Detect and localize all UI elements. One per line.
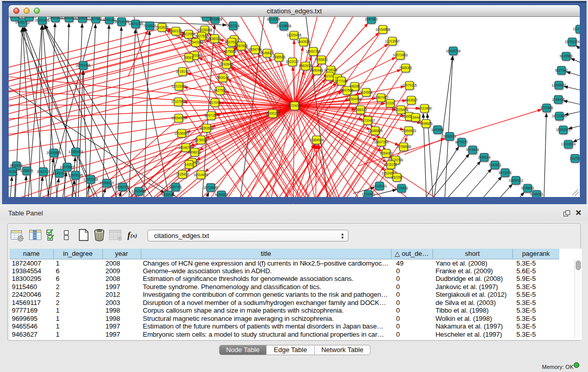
svg-text:8813054: 8813054 — [267, 17, 280, 21]
svg-text:9474444: 9474444 — [466, 148, 479, 151]
svg-text:8186323: 8186323 — [208, 37, 221, 40]
svg-text:8267150: 8267150 — [205, 114, 217, 117]
svg-text:9899695: 9899695 — [420, 122, 432, 125]
svg-text:7663822: 7663822 — [156, 26, 168, 29]
svg-text:2718170: 2718170 — [176, 70, 189, 73]
svg-text:9777169: 9777169 — [335, 79, 348, 83]
svg-text:9129966: 9129966 — [560, 54, 573, 58]
svg-text:1156829: 1156829 — [20, 169, 33, 172]
svg-text:252254: 252254 — [391, 176, 403, 179]
svg-text:9242848: 9242848 — [220, 62, 233, 66]
svg-text:10958107: 10958107 — [99, 181, 114, 185]
svg-text:62160: 62160 — [386, 101, 395, 105]
svg-text:7485063: 7485063 — [399, 66, 412, 70]
svg-text:20206505: 20206505 — [47, 151, 61, 155]
svg-text:19218506: 19218506 — [276, 24, 291, 28]
svg-text:9457791: 9457791 — [169, 185, 182, 189]
svg-text:10655287: 10655287 — [75, 17, 90, 20]
svg-text:9835061: 9835061 — [10, 164, 23, 167]
svg-text:5958923: 5958923 — [443, 135, 456, 138]
svg-text:9146821: 9146821 — [260, 51, 273, 55]
svg-text:6794028: 6794028 — [324, 68, 337, 72]
svg-text:8578332: 8578332 — [194, 138, 207, 142]
svg-text:9245653: 9245653 — [530, 192, 543, 196]
svg-text:2967608: 2967608 — [235, 44, 248, 48]
svg-text:116753: 116753 — [570, 157, 580, 160]
svg-text:17957255: 17957255 — [83, 178, 98, 181]
svg-text:19166825: 19166825 — [175, 132, 189, 135]
svg-text:15444: 15444 — [411, 116, 420, 119]
svg-text:15716485: 15716485 — [203, 186, 218, 189]
svg-text:6497568: 6497568 — [341, 89, 354, 92]
svg-text:15300275: 15300275 — [266, 112, 280, 115]
svg-text:8427552: 8427552 — [214, 89, 227, 92]
svg-text:16543382: 16543382 — [188, 40, 203, 44]
svg-text:9699695: 9699695 — [215, 193, 228, 196]
svg-text:20364456: 20364456 — [347, 97, 362, 101]
svg-text:98901: 98901 — [184, 56, 193, 59]
svg-text:9465546: 9465546 — [162, 193, 175, 196]
svg-text:1733400: 1733400 — [362, 192, 375, 196]
svg-text:10973493: 10973493 — [393, 53, 408, 57]
svg-text:16914479: 16914479 — [193, 173, 208, 177]
svg-text:1145194: 1145194 — [53, 171, 66, 175]
svg-text:8990448: 8990448 — [311, 69, 323, 72]
svg-text:1615152: 1615152 — [384, 163, 397, 166]
svg-text:15692971: 15692971 — [556, 128, 571, 132]
svg-text:2803144: 2803144 — [216, 76, 229, 79]
svg-text:12213389: 12213389 — [171, 84, 186, 88]
svg-text:39154: 39154 — [9, 170, 17, 173]
svg-text:19654923: 19654923 — [401, 129, 416, 133]
svg-text:12213987: 12213987 — [385, 39, 400, 43]
svg-text:9962615: 9962615 — [299, 64, 312, 68]
svg-text:8912954: 8912954 — [182, 32, 195, 36]
svg-text:14057: 14057 — [185, 163, 194, 166]
svg-text:10107552: 10107552 — [171, 100, 186, 103]
svg-text:6479197: 6479197 — [455, 140, 468, 144]
svg-text:23226058: 23226058 — [198, 28, 212, 32]
svg-text:16782759: 16782759 — [115, 185, 130, 189]
svg-text:8322037: 8322037 — [286, 60, 299, 63]
svg-text:9463627: 9463627 — [405, 98, 418, 102]
svg-text:19384554: 19384554 — [309, 138, 324, 142]
svg-text:3624554: 3624554 — [360, 91, 373, 94]
svg-text:1244415: 1244415 — [552, 98, 565, 101]
svg-text:3375685: 3375685 — [224, 50, 236, 53]
svg-text:20053346: 20053346 — [76, 63, 91, 67]
svg-text:1840910: 1840910 — [297, 40, 310, 43]
svg-text:14136141: 14136141 — [372, 184, 387, 188]
svg-text:2087682: 2087682 — [365, 17, 378, 21]
svg-text:7515520: 7515520 — [143, 24, 156, 28]
svg-text:7955812: 7955812 — [315, 58, 328, 61]
svg-text:10025438: 10025438 — [394, 108, 408, 112]
svg-text:10975887: 10975887 — [60, 165, 75, 169]
svg-text:8660125: 8660125 — [169, 29, 182, 33]
svg-text:19756928: 19756928 — [396, 145, 411, 148]
svg-text:16961758: 16961758 — [306, 50, 321, 53]
svg-text:17359924: 17359924 — [69, 150, 83, 154]
svg-text:9600109: 9600109 — [200, 17, 213, 18]
svg-text:16648784: 16648784 — [446, 49, 461, 53]
svg-text:11353594: 11353594 — [200, 126, 214, 130]
svg-text:16210643: 16210643 — [552, 114, 567, 118]
svg-text:8471676: 8471676 — [499, 171, 512, 174]
svg-text:5498222: 5498222 — [188, 150, 201, 154]
svg-text:3215988: 3215988 — [540, 106, 553, 110]
svg-text:12975115: 12975115 — [402, 83, 417, 87]
svg-text:7986322: 7986322 — [354, 108, 367, 112]
svg-text:17016504: 17016504 — [561, 142, 576, 146]
svg-text:16154808: 16154808 — [376, 28, 390, 31]
svg-text:10807487: 10807487 — [374, 96, 388, 99]
svg-text:9084067: 9084067 — [380, 151, 393, 155]
svg-text:12923448: 12923448 — [132, 189, 146, 193]
svg-text:7357224: 7357224 — [227, 24, 239, 28]
svg-text:2935114: 2935114 — [478, 156, 491, 159]
svg-text:7625402: 7625402 — [176, 172, 189, 176]
svg-text:9227342: 9227342 — [555, 69, 568, 72]
svg-text:12093822: 12093822 — [552, 83, 567, 87]
svg-text:15720407: 15720407 — [360, 119, 375, 122]
svg-text:(x): (x) — [130, 232, 137, 239]
svg-text:16671355: 16671355 — [128, 22, 143, 26]
svg-text:217006: 217006 — [209, 101, 221, 104]
svg-text:10719155: 10719155 — [114, 20, 129, 24]
